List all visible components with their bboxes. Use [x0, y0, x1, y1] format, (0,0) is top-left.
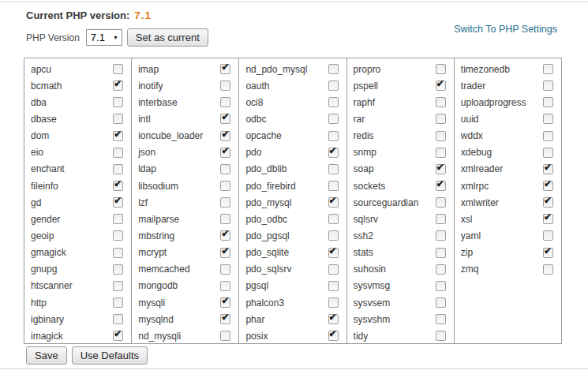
- extension-checkbox[interactable]: [113, 164, 123, 174]
- switch-to-php-settings-link[interactable]: Switch To PHP Settings: [454, 24, 557, 35]
- extension-checkbox[interactable]: [543, 64, 553, 74]
- extension-checkbox[interactable]: [328, 97, 339, 107]
- extension-row: mongodb: [132, 278, 238, 294]
- extension-row: gmagick: [24, 245, 131, 261]
- extension-checkbox[interactable]: [220, 297, 230, 308]
- extension-checkbox[interactable]: [436, 164, 446, 174]
- extension-checkbox[interactable]: [328, 148, 339, 158]
- extension-checkbox[interactable]: [436, 264, 446, 275]
- save-button[interactable]: Save: [26, 346, 67, 365]
- extension-checkbox[interactable]: [113, 281, 123, 291]
- extension-checkbox[interactable]: [220, 80, 230, 91]
- extension-checkbox[interactable]: [543, 148, 553, 158]
- extension-checkbox[interactable]: [328, 281, 339, 291]
- extension-checkbox[interactable]: [436, 214, 446, 224]
- extension-checkbox[interactable]: [436, 331, 446, 341]
- extension-checkbox[interactable]: [328, 230, 339, 241]
- extension-checkbox[interactable]: [543, 264, 553, 275]
- extension-row: gd: [24, 194, 131, 211]
- extension-checkbox[interactable]: [113, 97, 123, 107]
- extension-checkbox[interactable]: [328, 80, 339, 91]
- extension-checkbox[interactable]: [113, 264, 123, 275]
- extension-checkbox[interactable]: [220, 197, 230, 208]
- extension-checkbox[interactable]: [543, 181, 553, 191]
- php-version-select[interactable]: 7.1: [87, 31, 122, 44]
- extension-checkbox[interactable]: [220, 331, 230, 341]
- extension-checkbox[interactable]: [328, 164, 339, 174]
- extension-checkbox[interactable]: [113, 230, 123, 241]
- extension-checkbox[interactable]: [436, 297, 446, 308]
- extension-checkbox[interactable]: [220, 230, 230, 241]
- extension-checkbox[interactable]: [113, 114, 123, 124]
- extension-checkbox[interactable]: [543, 248, 553, 258]
- extension-label: gender: [31, 214, 113, 225]
- extension-checkbox[interactable]: [543, 97, 553, 107]
- extension-label: enchant: [31, 163, 113, 174]
- extension-row: pdo_sqlite: [239, 245, 346, 261]
- extension-checkbox[interactable]: [436, 197, 446, 208]
- extension-checkbox[interactable]: [220, 131, 230, 141]
- extension-checkbox[interactable]: [220, 148, 230, 158]
- extension-row: sqlsrv: [347, 211, 454, 227]
- extension-checkbox[interactable]: [436, 248, 446, 258]
- extension-checkbox[interactable]: [328, 314, 339, 324]
- extension-checkbox[interactable]: [543, 131, 553, 141]
- extension-checkbox[interactable]: [113, 314, 123, 324]
- extension-checkbox[interactable]: [113, 131, 123, 141]
- extension-checkbox[interactable]: [436, 148, 446, 158]
- extension-checkbox[interactable]: [113, 64, 123, 74]
- extension-checkbox[interactable]: [436, 80, 446, 91]
- extension-checkbox[interactable]: [328, 214, 339, 224]
- extension-row: dbase: [24, 110, 131, 127]
- extension-checkbox[interactable]: [220, 164, 230, 174]
- extension-checkbox[interactable]: [436, 230, 446, 241]
- extension-checkbox[interactable]: [328, 331, 339, 341]
- extension-checkbox[interactable]: [220, 214, 230, 224]
- extension-checkbox[interactable]: [113, 197, 123, 208]
- extension-row: yaml: [455, 227, 561, 244]
- extension-checkbox[interactable]: [328, 297, 339, 308]
- extension-row: pdo_odbc: [239, 211, 346, 227]
- extension-checkbox[interactable]: [328, 248, 339, 258]
- extension-checkbox[interactable]: [436, 281, 446, 291]
- extension-checkbox[interactable]: [543, 164, 553, 174]
- extension-row: interbase: [132, 94, 238, 110]
- extension-checkbox[interactable]: [220, 314, 230, 324]
- extension-checkbox[interactable]: [543, 197, 553, 208]
- set-as-current-button[interactable]: Set as current: [127, 28, 208, 47]
- extension-checkbox[interactable]: [220, 114, 230, 124]
- extension-checkbox[interactable]: [328, 197, 339, 208]
- extension-checkbox[interactable]: [328, 264, 339, 275]
- extension-checkbox[interactable]: [220, 281, 230, 291]
- extension-checkbox[interactable]: [220, 248, 230, 258]
- extension-checkbox[interactable]: [328, 181, 339, 191]
- extension-checkbox[interactable]: [543, 114, 553, 124]
- extension-checkbox[interactable]: [220, 64, 230, 74]
- extension-label: inotify: [138, 80, 220, 92]
- extension-label: yaml: [461, 230, 543, 241]
- extension-checkbox[interactable]: [328, 64, 339, 74]
- extension-checkbox[interactable]: [436, 114, 446, 124]
- extension-label: sysvmsg: [354, 280, 436, 291]
- extension-checkbox[interactable]: [543, 80, 553, 91]
- extension-checkbox[interactable]: [220, 264, 230, 275]
- extension-checkbox[interactable]: [113, 214, 123, 224]
- extension-checkbox[interactable]: [436, 181, 446, 191]
- extension-checkbox[interactable]: [113, 248, 123, 258]
- extension-checkbox[interactable]: [543, 230, 553, 241]
- extension-checkbox[interactable]: [436, 64, 446, 74]
- extension-checkbox[interactable]: [436, 314, 446, 324]
- extension-checkbox[interactable]: [113, 297, 123, 308]
- use-defaults-button[interactable]: Use Defaults: [72, 346, 148, 365]
- extension-checkbox[interactable]: [436, 131, 446, 141]
- extension-checkbox[interactable]: [113, 331, 123, 341]
- extension-checkbox[interactable]: [220, 97, 230, 107]
- extension-checkbox[interactable]: [113, 181, 123, 191]
- extension-checkbox[interactable]: [328, 114, 339, 124]
- extension-checkbox[interactable]: [113, 148, 123, 158]
- extension-checkbox[interactable]: [436, 97, 446, 107]
- extension-checkbox[interactable]: [220, 181, 230, 191]
- extension-checkbox[interactable]: [543, 214, 553, 224]
- extension-checkbox[interactable]: [328, 131, 339, 141]
- extension-checkbox[interactable]: [113, 80, 123, 91]
